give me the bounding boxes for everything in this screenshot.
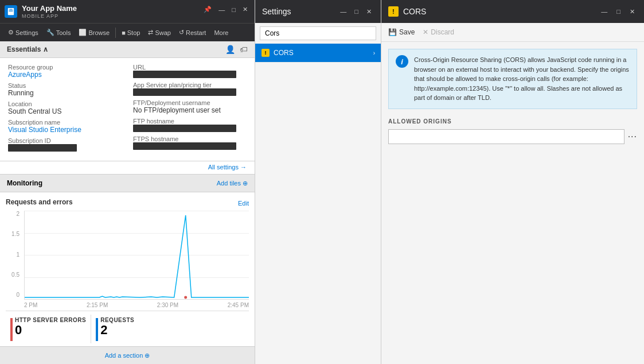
app-service-field: App Service plan/pricing tier <box>133 82 247 96</box>
subscription-id-value <box>8 144 77 152</box>
settings-maximize-button[interactable]: □ <box>352 7 361 17</box>
location-field: Location South Central US <box>8 100 122 115</box>
app-icon <box>5 5 17 18</box>
cors-maximize-button[interactable]: □ <box>614 7 623 17</box>
x-label-2-15pm: 2:15 PM <box>87 302 108 308</box>
swap-icon: ⇄ <box>148 29 153 36</box>
requests-color-bar <box>96 318 98 341</box>
cors-save-button[interactable]: 💾 Save <box>388 26 415 38</box>
url-field: URL <box>133 64 247 78</box>
ftp-hostname-field: FTP hostname <box>133 118 247 132</box>
cors-discard-button[interactable]: ✕ Discard <box>423 26 454 38</box>
stop-icon: ■ <box>122 29 126 36</box>
essentials-actions: 👤 🏷 <box>225 45 248 54</box>
cors-title-text: ! CORS <box>388 6 426 17</box>
settings-item-cors-left: ! CORS <box>261 48 294 57</box>
cors-origin-input[interactable] <box>388 129 625 144</box>
y-label-2: 2 <box>6 211 19 217</box>
location-label: Location <box>8 100 122 107</box>
cors-minimize-button[interactable]: — <box>599 7 610 17</box>
monitoring-title: Monitoring <box>7 179 42 187</box>
more-label: More <box>214 29 228 36</box>
pin-button[interactable]: 📌 <box>201 5 214 14</box>
minimize-button[interactable]: — <box>216 5 227 14</box>
y-label-0: 0 <box>6 292 19 298</box>
add-tiles-button[interactable]: Add tiles ⊕ <box>217 180 248 187</box>
chart-area <box>24 211 249 300</box>
all-settings-link[interactable]: All settings → <box>208 164 247 171</box>
cors-allowed-origins-title: ALLOWED ORIGINS <box>388 118 637 125</box>
essentials-grid: Resource group AzureApps Status Running … <box>8 64 247 155</box>
x-label-2-45pm: 2:45 PM <box>228 302 249 308</box>
ftps-hostname-value <box>133 142 236 150</box>
tools-button[interactable]: 🔧 Tools <box>43 27 75 38</box>
chart-title: Requests and errors <box>6 198 73 206</box>
cors-panel: ! CORS — □ ✕ 💾 Save ✕ Discard i Cross-Or… <box>381 0 644 364</box>
add-section-bar[interactable]: Add a section ⊕ <box>0 346 255 364</box>
http-errors-content: HTTP SERVER ERRORS 0 <box>15 317 86 337</box>
cors-title: CORS <box>403 7 426 16</box>
discard-icon: ✕ <box>423 28 428 36</box>
add-section-label: Add a section ⊕ <box>105 352 150 359</box>
settings-search-container <box>255 23 381 44</box>
chevron-up-icon: ∧ <box>43 45 48 53</box>
chart-edit-link[interactable]: Edit <box>238 200 249 207</box>
y-label-1: 1 <box>6 251 19 258</box>
cors-origin-options-button[interactable]: ··· <box>628 131 637 142</box>
cors-title-icon: ! <box>388 6 399 17</box>
person-icon[interactable]: 👤 <box>225 45 235 54</box>
app-window-controls: 📌 — □ ✕ <box>201 5 250 14</box>
tools-label: Tools <box>56 29 71 36</box>
settings-panel: Settings — □ ✕ ! CORS › <box>255 0 381 364</box>
app-panel: Your App Name MOBILE APP 📌 — □ ✕ ⚙ Setti… <box>0 0 255 364</box>
y-label-1-5: 1.5 <box>6 231 19 237</box>
settings-close-button[interactable]: ✕ <box>364 7 374 17</box>
subscription-id-label: Subscription ID <box>8 137 122 144</box>
settings-item-cors[interactable]: ! CORS › <box>255 44 381 63</box>
settings-button[interactable]: ⚙ Settings <box>5 27 42 38</box>
swap-button[interactable]: ⇄ Swap <box>145 27 174 38</box>
maximize-button[interactable]: □ <box>229 5 238 14</box>
all-settings-bar: All settings → <box>0 161 255 175</box>
stop-button[interactable]: ■ Stop <box>118 28 143 38</box>
cors-origin-row: ··· <box>388 129 637 144</box>
save-icon: 💾 <box>388 28 397 36</box>
cors-info-box: i Cross-Origin Resource Sharing (CORS) a… <box>388 49 637 109</box>
ftps-hostname-field: FTPS hostname <box>133 135 247 150</box>
settings-icon: ⚙ <box>8 29 14 36</box>
cors-item-icon: ! <box>261 48 270 57</box>
cors-item-label: CORS <box>274 49 294 57</box>
tools-icon: 🔧 <box>46 29 54 36</box>
settings-window-controls: — □ ✕ <box>338 7 374 17</box>
stop-label: Stop <box>127 29 140 36</box>
cors-icon-badge: ! <box>261 49 270 57</box>
more-button[interactable]: More <box>210 28 232 38</box>
browse-label: Browse <box>88 29 110 36</box>
ftps-hostname-label: FTPS hostname <box>133 135 247 142</box>
chart-x-axis: 2 PM 2:15 PM 2:30 PM 2:45 PM <box>24 301 249 308</box>
cors-close-button[interactable]: ✕ <box>627 7 637 17</box>
restart-button[interactable]: ↺ Restart <box>175 27 209 38</box>
subscription-name-value[interactable]: Visual Studio Enterprise <box>8 126 122 134</box>
cors-window-controls: — □ ✕ <box>599 7 637 17</box>
cors-info-text: Cross-Origin Resource Sharing (CORS) all… <box>414 55 630 103</box>
requests-stat: REQUESTS 2 <box>91 315 139 343</box>
save-label: Save <box>399 28 415 36</box>
swap-label: Swap <box>155 29 171 36</box>
location-value: South Central US <box>8 107 122 115</box>
settings-label: Settings <box>15 29 38 36</box>
settings-search-input[interactable] <box>260 26 376 40</box>
svg-rect-1 <box>9 9 12 10</box>
settings-list: ! CORS › <box>255 44 381 364</box>
app-toolbar: ⚙ Settings 🔧 Tools ⬜ Browse ■ Stop ⇄ Swa… <box>0 23 255 41</box>
x-label-2-30pm: 2:30 PM <box>157 302 178 308</box>
close-button[interactable]: ✕ <box>240 5 250 14</box>
settings-minimize-button[interactable]: — <box>338 7 349 17</box>
chart-svg <box>25 211 249 299</box>
tag-icon[interactable]: 🏷 <box>240 45 248 54</box>
browse-button[interactable]: ⬜ Browse <box>75 27 113 38</box>
resource-group-value[interactable]: AzureApps <box>8 71 122 79</box>
toolbar-separator <box>115 28 116 38</box>
discard-label: Discard <box>431 28 454 36</box>
ftp-deployment-label: FTP/Deployment username <box>133 99 247 106</box>
